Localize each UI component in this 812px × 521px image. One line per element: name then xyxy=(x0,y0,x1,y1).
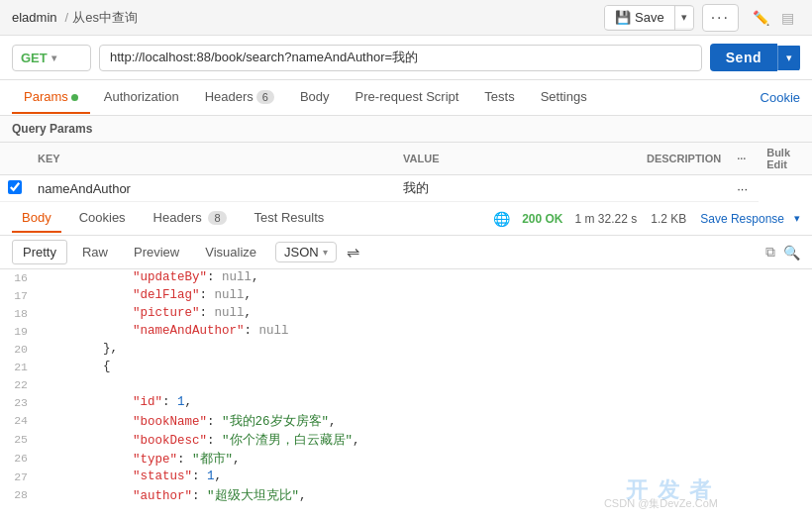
json-line: 22 xyxy=(0,376,812,394)
col-key-header: KEY xyxy=(30,143,395,175)
table-row: nameAndAuthor 我的 ··· xyxy=(0,175,812,202)
line-content: "picture": null, xyxy=(40,306,812,320)
json-line: 19 "nameAndAuthor": null xyxy=(0,323,812,341)
col-check-header xyxy=(0,143,30,175)
line-content: }, xyxy=(40,342,812,356)
tab-settings[interactable]: Settings xyxy=(529,81,599,114)
save-response-link[interactable]: Save Response xyxy=(700,212,784,226)
tab-params[interactable]: Params xyxy=(12,81,90,114)
search-icon[interactable]: 🔍 xyxy=(783,245,800,260)
more-options-button[interactable]: ··· xyxy=(702,4,739,32)
send-button[interactable]: Send xyxy=(710,44,777,71)
tab-prerequest[interactable]: Pre-request Script xyxy=(344,81,471,114)
json-line: 28 "author": "超级大坦克比", xyxy=(0,486,812,505)
json-line: 21 { xyxy=(0,359,812,376)
request-title: 从es中查询 xyxy=(72,9,138,27)
fmt-tab-raw[interactable]: Raw xyxy=(71,240,119,264)
resp-tab-body[interactable]: Body xyxy=(12,204,61,233)
json-line: 20 }, xyxy=(0,341,812,359)
globe-icon: 🌐 xyxy=(493,211,510,227)
line-content: "bookDesc": "你个渣男，白云藏居", xyxy=(40,432,812,449)
json-line: 18 "picture": null, xyxy=(0,305,812,323)
cookie-link[interactable]: Cookie xyxy=(761,90,800,105)
params-dot xyxy=(71,94,78,101)
response-status: 200 OK xyxy=(522,212,562,226)
param-key[interactable]: nameAndAuthor xyxy=(30,175,395,202)
json-line: 17 "delFlag": null, xyxy=(0,287,812,305)
line-content: "type": "都市", xyxy=(40,451,812,468)
line-number: 19 xyxy=(0,324,40,338)
fmt-tab-pretty[interactable]: Pretty xyxy=(12,240,67,264)
method-select[interactable]: GET ▾ xyxy=(12,45,91,71)
line-number: 26 xyxy=(0,451,40,465)
line-number: 18 xyxy=(0,306,40,320)
line-number: 24 xyxy=(0,413,40,427)
save-dropdown-button[interactable]: ▾ xyxy=(675,7,693,28)
format-select[interactable]: JSON ▾ xyxy=(275,242,337,262)
json-line: 16 "updateBy": null, xyxy=(0,269,812,287)
response-bar: Body Cookies Headers 8 Test Results 🌐 20… xyxy=(0,202,812,236)
save-group: 💾 Save ▾ xyxy=(604,5,694,31)
request-tabs-row: Params Authorization Headers6 Body Pre-r… xyxy=(0,80,812,116)
resp-tab-test-results[interactable]: Test Results xyxy=(245,204,335,233)
url-bar: GET ▾ Send ▾ xyxy=(0,36,812,80)
edit-icon: ✏️ xyxy=(747,6,775,30)
line-number: 20 xyxy=(0,342,40,356)
col-dots-header: ··· xyxy=(729,143,759,175)
format-bar: Pretty Raw Preview Visualize JSON ▾ ⇌ ⧉ … xyxy=(0,236,812,269)
tab-headers[interactable]: Headers6 xyxy=(193,81,286,114)
top-bar: eladmin / 从es中查询 💾 Save ▾ ··· ✏️ ▤ xyxy=(0,0,812,36)
line-content: "bookName": "我的26岁女房客", xyxy=(40,413,812,430)
tab-body[interactable]: Body xyxy=(288,81,342,114)
line-content: { xyxy=(40,360,812,373)
send-dropdown-button[interactable]: ▾ xyxy=(777,46,800,70)
line-number: 25 xyxy=(0,432,40,446)
param-more[interactable]: ··· xyxy=(729,175,759,202)
line-number: 22 xyxy=(0,377,40,391)
save-response-arrow[interactable]: ▾ xyxy=(794,212,800,225)
json-line: 24 "bookName": "我的26岁女房客", xyxy=(0,412,812,431)
params-table: KEY VALUE DESCRIPTION ··· Bulk Edit name… xyxy=(0,143,812,202)
param-checkbox[interactable] xyxy=(8,180,22,194)
tab-tests[interactable]: Tests xyxy=(472,81,526,114)
col-desc-header: DESCRIPTION xyxy=(639,143,729,175)
param-desc xyxy=(639,175,729,202)
tab-authorization[interactable]: Authorization xyxy=(92,81,191,114)
headers-badge: 8 xyxy=(208,211,226,225)
line-content: "updateBy": null, xyxy=(40,270,812,284)
line-content: "delFlag": null, xyxy=(40,288,812,302)
fmt-tab-preview[interactable]: Preview xyxy=(123,240,190,264)
save-label: Save xyxy=(635,10,664,25)
copy-icon[interactable]: ⧉ xyxy=(765,244,775,260)
line-content: "status": 1, xyxy=(40,469,812,483)
json-output: 16 "updateBy": null,17 "delFlag": null,1… xyxy=(0,269,812,521)
wrap-icon[interactable]: ⇌ xyxy=(347,243,359,261)
line-number: 28 xyxy=(0,487,40,501)
json-line: 23 "id": 1, xyxy=(0,394,812,412)
json-line: 27 "status": 1, xyxy=(0,469,812,486)
bulk-edit-button[interactable]: Bulk Edit xyxy=(759,143,812,175)
col-value-header: VALUE xyxy=(395,143,639,175)
json-line: 26 "type": "都市", xyxy=(0,450,812,469)
send-button-group: Send ▾ xyxy=(710,44,800,71)
json-line: 25 "bookDesc": "你个渣男，白云藏居", xyxy=(0,431,812,450)
save-icon: 💾 xyxy=(615,10,631,25)
save-button[interactable]: 💾 Save xyxy=(605,6,674,29)
user-label: eladmin xyxy=(12,10,57,25)
format-arrow-icon: ▾ xyxy=(323,247,328,258)
param-value[interactable]: 我的 xyxy=(395,175,639,202)
response-size: 1.2 KB xyxy=(651,212,686,226)
line-number: 21 xyxy=(0,360,40,373)
line-content: "id": 1, xyxy=(40,395,812,409)
method-arrow-icon: ▾ xyxy=(51,52,56,63)
line-number: 27 xyxy=(0,469,40,483)
layout-icon: ▤ xyxy=(775,6,800,30)
line-content: "author": "超级大坦克比", xyxy=(40,487,812,504)
url-input[interactable] xyxy=(99,45,702,71)
line-number: 17 xyxy=(0,288,40,302)
line-number: 16 xyxy=(0,270,40,284)
resp-tab-headers[interactable]: Headers 8 xyxy=(144,204,237,233)
response-time: 1 m 32.22 s xyxy=(575,212,638,226)
fmt-tab-visualize[interactable]: Visualize xyxy=(194,240,267,264)
resp-tab-cookies[interactable]: Cookies xyxy=(69,204,136,233)
